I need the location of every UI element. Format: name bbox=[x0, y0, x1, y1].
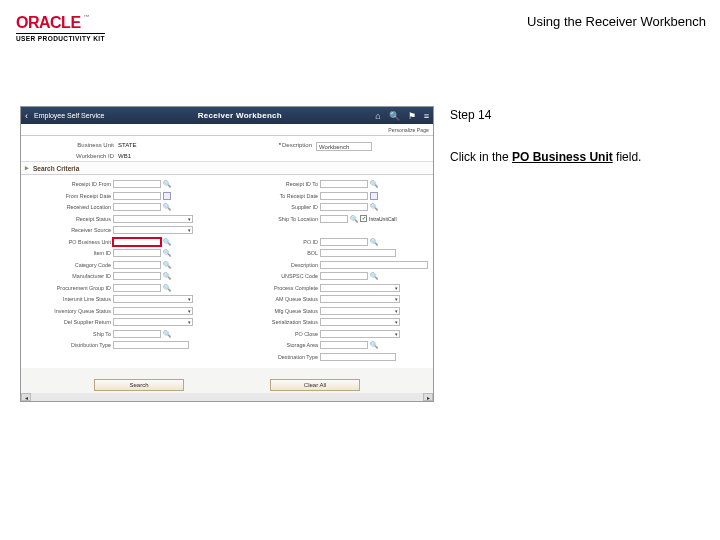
module-title: Receiver Workbench bbox=[110, 111, 369, 120]
instr-bold: PO Business Unit bbox=[512, 150, 613, 164]
receipt-id-to-input[interactable] bbox=[320, 180, 368, 188]
supplier-id-lookup-icon[interactable]: 🔍 bbox=[370, 203, 378, 211]
from-receipt-date-input[interactable] bbox=[113, 192, 161, 200]
back-chevron-icon[interactable]: ‹ bbox=[25, 111, 28, 121]
received-location-lookup-icon[interactable]: 🔍 bbox=[163, 203, 171, 211]
item-id-lookup-icon[interactable]: 🔍 bbox=[163, 249, 171, 257]
del-supplier-return-select[interactable] bbox=[113, 318, 193, 326]
to-receipt-date-calendar-icon[interactable] bbox=[370, 192, 378, 200]
row-distribution-type: Distribution Type bbox=[23, 340, 224, 350]
doc-header: ORACLE ™ USER PRODUCTIVITY KIT Using the… bbox=[16, 14, 706, 42]
po-id-input[interactable] bbox=[320, 238, 368, 246]
search-criteria-header[interactable]: ▸ Search Criteria bbox=[21, 162, 433, 175]
row-description: Description bbox=[230, 260, 431, 270]
row-serialization-status: Serialization Status bbox=[230, 317, 431, 327]
supplier-id-input[interactable] bbox=[320, 203, 368, 211]
row-mfg-queue-status: Mfg Queue Status bbox=[230, 306, 431, 316]
brand-block: ORACLE ™ USER PRODUCTIVITY KIT bbox=[16, 14, 105, 42]
ship-to-lookup-icon[interactable]: 🔍 bbox=[163, 330, 171, 338]
unspsc-code-input[interactable] bbox=[320, 272, 368, 280]
destination-type-input[interactable] bbox=[320, 353, 396, 361]
instr-suffix: field. bbox=[613, 150, 642, 164]
po-business-unit-label: PO Business Unit bbox=[23, 239, 111, 245]
po-business-unit-input[interactable] bbox=[113, 238, 161, 246]
row-field bbox=[230, 225, 431, 235]
instr-prefix: Click in the bbox=[450, 150, 512, 164]
serialization-status-select[interactable] bbox=[320, 318, 400, 326]
row-destination-type: Destination Type bbox=[230, 352, 431, 362]
row-received-location: Received Location 🔍 bbox=[23, 202, 224, 212]
personalize-link[interactable]: Personalize Page bbox=[388, 127, 429, 133]
storage-area-label: Storage Area bbox=[230, 342, 318, 348]
row-ship-to-location: Ship To Location 🔍 IntraUnitCall bbox=[230, 214, 431, 224]
row-po-close: PO Close bbox=[230, 329, 431, 339]
am-queue-status-select[interactable] bbox=[320, 295, 400, 303]
row-am-queue-status: AM Queue Status bbox=[230, 294, 431, 304]
item-id-label: Item ID bbox=[23, 250, 111, 256]
row-ship-to: Ship To 🔍 bbox=[23, 329, 224, 339]
manufacturer-id-label: Manufacturer ID bbox=[23, 273, 111, 279]
page-title: Using the Receiver Workbench bbox=[527, 14, 706, 29]
inventory-queue-status-select[interactable] bbox=[113, 307, 193, 315]
instruction-panel: Step 14 Click in the PO Business Unit fi… bbox=[450, 106, 706, 166]
storage-area-input[interactable] bbox=[320, 341, 368, 349]
received-location-label: Received Location bbox=[23, 204, 111, 210]
ship-to-location-checkbox[interactable] bbox=[360, 215, 367, 222]
ship-to-location-input[interactable] bbox=[320, 215, 348, 223]
receipt-id-from-input[interactable] bbox=[113, 180, 161, 188]
process-complete-select[interactable] bbox=[320, 284, 400, 292]
criteria-grid: Receipt ID From 🔍 From Receipt Date Rece… bbox=[21, 175, 433, 368]
po-id-lookup-icon[interactable]: 🔍 bbox=[370, 238, 378, 246]
description-input[interactable] bbox=[320, 261, 428, 269]
interunit-line-status-select[interactable] bbox=[113, 295, 193, 303]
subbrand-label: USER PRODUCTIVITY KIT bbox=[16, 33, 105, 42]
flag-icon[interactable]: ⚑ bbox=[408, 111, 416, 121]
distribution-type-input[interactable] bbox=[113, 341, 189, 349]
search-criteria-title: Search Criteria bbox=[33, 165, 79, 172]
procurement-group-id-input[interactable] bbox=[113, 284, 161, 292]
item-id-input[interactable] bbox=[113, 249, 161, 257]
scroll-right-icon[interactable]: ▸ bbox=[423, 393, 433, 401]
search-icon[interactable]: 🔍 bbox=[389, 111, 400, 121]
received-location-input[interactable] bbox=[113, 203, 161, 211]
home-icon[interactable]: ⌂ bbox=[375, 111, 380, 121]
to-receipt-date-input[interactable] bbox=[320, 192, 368, 200]
mfg-queue-status-select[interactable] bbox=[320, 307, 400, 315]
scroll-track[interactable] bbox=[31, 393, 423, 401]
horiz-scrollbar[interactable]: ◂ ▸ bbox=[21, 393, 433, 401]
ship-to-location-lookup-icon[interactable]: 🔍 bbox=[350, 215, 358, 223]
receiver-source-select[interactable] bbox=[113, 226, 193, 234]
search-button[interactable]: Search bbox=[94, 379, 184, 391]
instruction-body: Click in the PO Business Unit field. bbox=[450, 148, 706, 166]
unspsc-code-lookup-icon[interactable]: 🔍 bbox=[370, 272, 378, 280]
row-del-supplier-return: Del Supplier Return bbox=[23, 317, 224, 327]
menu-icon[interactable]: ≡ bbox=[424, 111, 429, 121]
row-unspsc-code: UNSPSC Code 🔍 bbox=[230, 271, 431, 281]
category-code-lookup-icon[interactable]: 🔍 bbox=[163, 261, 171, 269]
bol-input[interactable] bbox=[320, 249, 396, 257]
row-from-receipt-date: From Receipt Date bbox=[23, 191, 224, 201]
manufacturer-id-input[interactable] bbox=[113, 272, 161, 280]
scroll-left-icon[interactable]: ◂ bbox=[21, 393, 31, 401]
storage-area-lookup-icon[interactable]: 🔍 bbox=[370, 341, 378, 349]
clear-button[interactable]: Clear All bbox=[270, 379, 360, 391]
category-code-input[interactable] bbox=[113, 261, 161, 269]
po-close-select[interactable] bbox=[320, 330, 400, 338]
ph-left-1-lbl: Workbench ID bbox=[29, 153, 114, 159]
description-input[interactable]: Workbench bbox=[316, 142, 372, 151]
po-business-unit-lookup-icon[interactable]: 🔍 bbox=[163, 238, 171, 246]
ship-to-input[interactable] bbox=[113, 330, 161, 338]
back-label[interactable]: Employee Self Service bbox=[34, 112, 104, 119]
app-screenshot: ‹ Employee Self Service Receiver Workben… bbox=[20, 106, 434, 402]
criteria-col-right: Receipt ID To 🔍 To Receipt Date Supplier… bbox=[230, 179, 431, 362]
from-receipt-date-calendar-icon[interactable] bbox=[163, 192, 171, 200]
receipt-id-from-lookup-icon[interactable]: 🔍 bbox=[163, 180, 171, 188]
procurement-group-id-lookup-icon[interactable]: 🔍 bbox=[163, 284, 171, 292]
receipt-id-to-lookup-icon[interactable]: 🔍 bbox=[370, 180, 378, 188]
row-receipt-id-to: Receipt ID To 🔍 bbox=[230, 179, 431, 189]
manufacturer-id-lookup-icon[interactable]: 🔍 bbox=[163, 272, 171, 280]
app-titlebar: ‹ Employee Self Service Receiver Workben… bbox=[21, 107, 433, 124]
row-supplier-id: Supplier ID 🔍 bbox=[230, 202, 431, 212]
ship-to-location-chk-label: IntraUnitCall bbox=[369, 216, 397, 222]
receipt-status-select[interactable] bbox=[113, 215, 193, 223]
